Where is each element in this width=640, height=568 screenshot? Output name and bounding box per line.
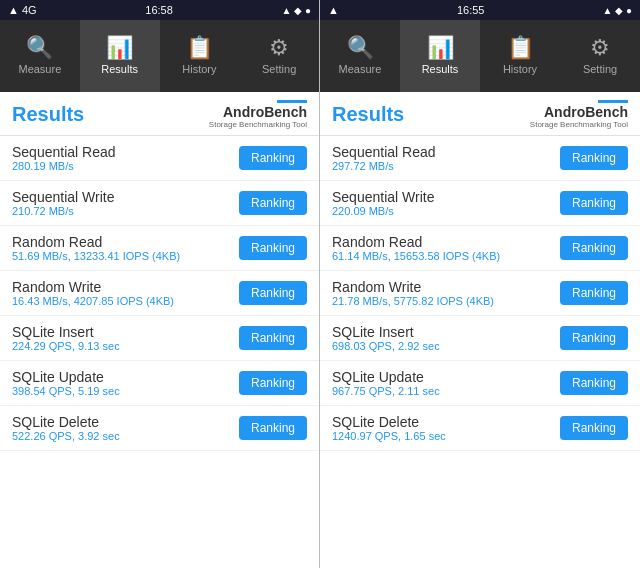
status-time-2: 16:55 [457,4,485,16]
nav-history-label-1: History [182,63,216,75]
benchmark-info-3: Random Write 21.78 MB/s, 5775.82 IOPS (4… [332,279,494,307]
history-icon-1: 📋 [186,37,213,59]
table-row: SQLite Insert 224.29 QPS, 9.13 sec Ranki… [0,316,319,361]
logo-bar-2 [598,100,628,103]
benchmark-info-4: SQLite Insert 224.29 QPS, 9.13 sec [12,324,120,352]
status-left-2: ▲ [328,4,339,16]
nav-results-1[interactable]: 📊 Results [80,20,160,92]
table-row: Sequential Write 220.09 MB/s Ranking [320,181,640,226]
nav-setting-1[interactable]: ⚙ Setting [239,20,319,92]
ranking-button-2[interactable]: Ranking [239,236,307,260]
results-header-2: Results AndroBench Storage Benchmarking … [320,92,640,136]
benchmark-name-6: SQLite Delete [332,414,446,430]
benchmark-name-2: Random Read [332,234,500,250]
nav-setting-label-2: Setting [583,63,617,75]
table-row: SQLite Delete 1240.97 QPS, 1.65 sec Rank… [320,406,640,451]
benchmark-name-0: Sequential Read [12,144,116,160]
measure-icon-2: 🔍 [347,37,374,59]
results-title-2: Results [332,103,404,126]
benchmark-name-5: SQLite Update [12,369,120,385]
benchmark-name-2: Random Read [12,234,180,250]
benchmark-name-1: Sequential Write [12,189,114,205]
status-bar-1: ▲ 4G 16:58 ▲ ◆ ● [0,0,319,20]
table-row: Random Write 21.78 MB/s, 5775.82 IOPS (4… [320,271,640,316]
ranking-button-5[interactable]: Ranking [239,371,307,395]
benchmark-value-0: 297.72 MB/s [332,160,436,172]
results-header-1: Results AndroBench Storage Benchmarking … [0,92,319,136]
ranking-button-6[interactable]: Ranking [239,416,307,440]
results-icon-1: 📊 [106,37,133,59]
status-left-1: ▲ 4G [8,4,37,16]
table-row: Random Read 61.14 MB/s, 15653.58 IOPS (4… [320,226,640,271]
logo-1: AndroBench Storage Benchmarking Tool [209,100,307,129]
status-icons-2: ▲ ◆ ● [602,5,632,16]
phone-2: ▲ 16:55 ▲ ◆ ● 🔍 Measure 📊 Results 📋 Hist… [320,0,640,568]
benchmark-name-5: SQLite Update [332,369,440,385]
benchmark-info-1: Sequential Write 220.09 MB/s [332,189,434,217]
logo-bar-1 [277,100,307,103]
nav-measure-label-1: Measure [18,63,61,75]
ranking-button-0[interactable]: Ranking [560,146,628,170]
benchmark-value-4: 224.29 QPS, 9.13 sec [12,340,120,352]
benchmark-value-3: 16.43 MB/s, 4207.85 IOPS (4KB) [12,295,174,307]
table-row: SQLite Update 967.75 QPS, 2.11 sec Ranki… [320,361,640,406]
nav-setting-2[interactable]: ⚙ Setting [560,20,640,92]
benchmark-info-0: Sequential Read 297.72 MB/s [332,144,436,172]
table-row: Random Write 16.43 MB/s, 4207.85 IOPS (4… [0,271,319,316]
nav-results-2[interactable]: 📊 Results [400,20,480,92]
ranking-button-0[interactable]: Ranking [239,146,307,170]
benchmark-info-3: Random Write 16.43 MB/s, 4207.85 IOPS (4… [12,279,174,307]
table-row: Random Read 51.69 MB/s, 13233.41 IOPS (4… [0,226,319,271]
table-row: SQLite Insert 698.03 QPS, 2.92 sec Ranki… [320,316,640,361]
benchmark-value-6: 1240.97 QPS, 1.65 sec [332,430,446,442]
table-row: Sequential Read 280.19 MB/s Ranking [0,136,319,181]
benchmark-info-6: SQLite Delete 1240.97 QPS, 1.65 sec [332,414,446,442]
benchmark-name-1: Sequential Write [332,189,434,205]
logo-sub-1: Storage Benchmarking Tool [209,120,307,129]
benchmark-list-1: Sequential Read 280.19 MB/s Ranking Sequ… [0,136,319,451]
status-bar-2: ▲ 16:55 ▲ ◆ ● [320,0,640,20]
table-row: Sequential Write 210.72 MB/s Ranking [0,181,319,226]
benchmark-name-3: Random Write [12,279,174,295]
nav-measure-1[interactable]: 🔍 Measure [0,20,80,92]
measure-icon-1: 🔍 [26,37,53,59]
content-2: Results AndroBench Storage Benchmarking … [320,92,640,568]
benchmark-value-5: 398.54 QPS, 5.19 sec [12,385,120,397]
nav-results-label-2: Results [422,63,459,75]
nav-results-label-1: Results [101,63,138,75]
ranking-button-1[interactable]: Ranking [560,191,628,215]
nav-history-2[interactable]: 📋 History [480,20,560,92]
nav-history-1[interactable]: 📋 History [160,20,240,92]
benchmark-name-4: SQLite Insert [332,324,440,340]
ranking-button-6[interactable]: Ranking [560,416,628,440]
setting-icon-1: ⚙ [269,37,289,59]
logo-main-1: AndroBench [223,104,307,120]
ranking-button-2[interactable]: Ranking [560,236,628,260]
logo-2: AndroBench Storage Benchmarking Tool [530,100,628,129]
benchmark-value-6: 522.26 QPS, 3.92 sec [12,430,120,442]
nav-measure-label-2: Measure [339,63,382,75]
logo-sub-2: Storage Benchmarking Tool [530,120,628,129]
logo-main-2: AndroBench [544,104,628,120]
benchmark-value-1: 220.09 MB/s [332,205,434,217]
ranking-button-5[interactable]: Ranking [560,371,628,395]
nav-history-label-2: History [503,63,537,75]
nav-bar-1: 🔍 Measure 📊 Results 📋 History ⚙ Setting [0,20,319,92]
status-icons-1: ▲ ◆ ● [282,5,312,16]
nav-measure-2[interactable]: 🔍 Measure [320,20,400,92]
phone-1: ▲ 4G 16:58 ▲ ◆ ● 🔍 Measure 📊 Results 📋 H… [0,0,320,568]
ranking-button-4[interactable]: Ranking [560,326,628,350]
ranking-button-4[interactable]: Ranking [239,326,307,350]
content-1: Results AndroBench Storage Benchmarking … [0,92,319,568]
ranking-button-3[interactable]: Ranking [560,281,628,305]
table-row: SQLite Update 398.54 QPS, 5.19 sec Ranki… [0,361,319,406]
ranking-button-1[interactable]: Ranking [239,191,307,215]
results-icon-2: 📊 [427,37,454,59]
benchmark-name-0: Sequential Read [332,144,436,160]
benchmark-name-3: Random Write [332,279,494,295]
benchmark-info-0: Sequential Read 280.19 MB/s [12,144,116,172]
results-title-1: Results [12,103,84,126]
benchmark-info-2: Random Read 51.69 MB/s, 13233.41 IOPS (4… [12,234,180,262]
benchmark-info-1: Sequential Write 210.72 MB/s [12,189,114,217]
ranking-button-3[interactable]: Ranking [239,281,307,305]
